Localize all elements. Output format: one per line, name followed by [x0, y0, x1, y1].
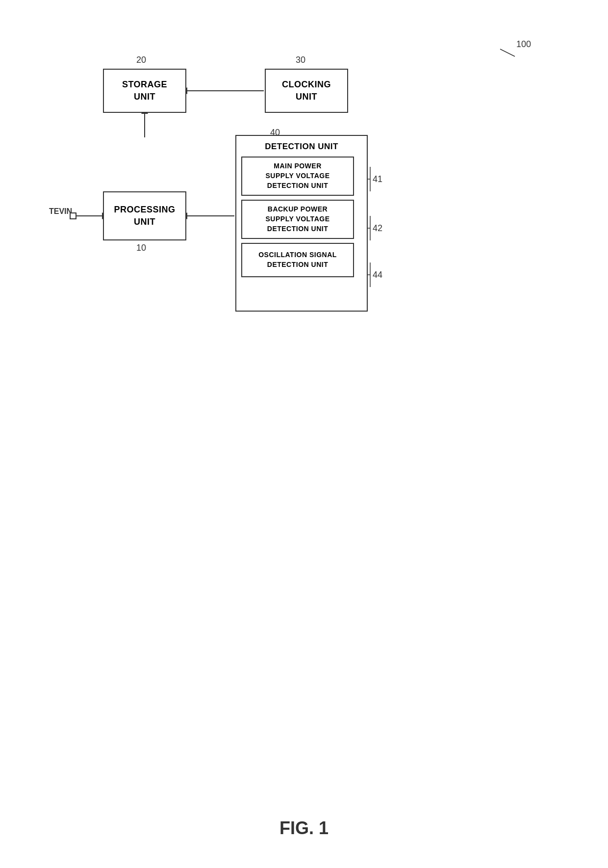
oscillation-detection-label: OSCILLATION SIGNAL DETECTION UNIT [258, 250, 337, 269]
processing-unit-box: PROCESSING UNIT [103, 191, 186, 240]
ref-10: 10 [136, 243, 146, 253]
ref-20: 20 [136, 55, 146, 65]
diagram-container: 100 20 30 40 10 41 42 44 STORAGE UNIT CL… [29, 29, 579, 815]
ref-42: 42 [373, 223, 382, 234]
main-power-detection-label: MAIN POWER SUPPLY VOLTAGE DETECTION UNIT [266, 161, 330, 190]
backup-power-detection-box: BACKUP POWER SUPPLY VOLTAGE DETECTION UN… [241, 200, 354, 239]
oscillation-detection-box: OSCILLATION SIGNAL DETECTION UNIT [241, 243, 354, 277]
ref-30: 30 [296, 55, 305, 65]
figure-label: FIG. 1 [279, 818, 329, 839]
backup-power-detection-label: BACKUP POWER SUPPLY VOLTAGE DETECTION UN… [266, 205, 330, 234]
storage-unit-label: STORAGE UNIT [122, 79, 167, 103]
detection-unit-label: DETECTION UNIT [265, 141, 338, 153]
clocking-unit-label: CLOCKING UNIT [282, 79, 331, 103]
main-power-detection-box: MAIN POWER SUPPLY VOLTAGE DETECTION UNIT [241, 157, 354, 196]
storage-unit-box: STORAGE UNIT [103, 69, 186, 113]
detection-unit-box: DETECTION UNIT MAIN POWER SUPPLY VOLTAGE… [235, 135, 368, 312]
svg-line-14 [500, 49, 515, 56]
ref-44: 44 [373, 270, 382, 280]
tevin-input-square [70, 212, 76, 219]
processing-unit-label: PROCESSING UNIT [114, 204, 175, 228]
ref-41: 41 [373, 174, 382, 184]
clocking-unit-box: CLOCKING UNIT [265, 69, 348, 113]
ref-100: 100 [516, 39, 531, 50]
tevin-label: TEVIN [49, 207, 72, 216]
